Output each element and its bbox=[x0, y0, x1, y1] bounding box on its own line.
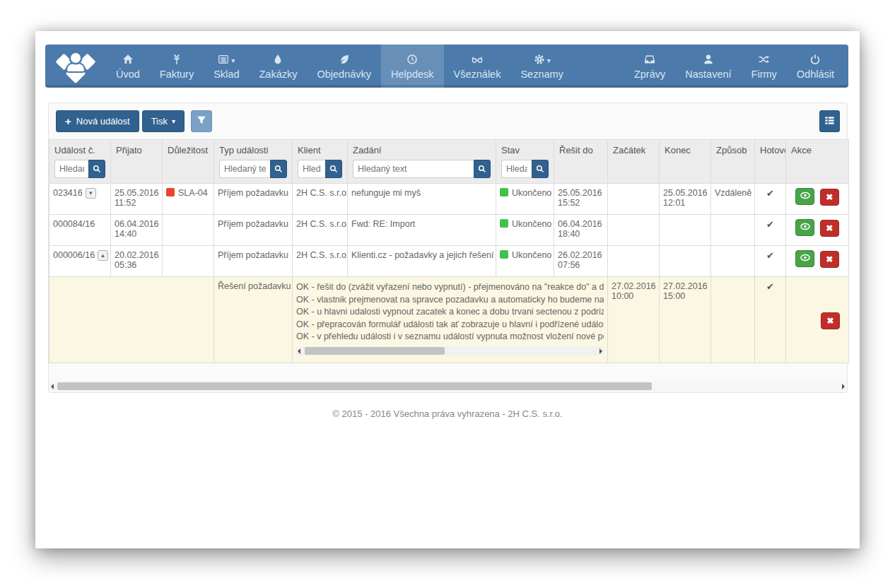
print-label: Tisk bbox=[151, 116, 168, 127]
nav-item-vseznalek[interactable]: Všeználek bbox=[444, 45, 511, 88]
droplet-icon bbox=[272, 53, 283, 65]
chevron-down-icon: ▾ bbox=[231, 57, 235, 64]
scrollbar-thumb[interactable] bbox=[305, 347, 445, 355]
nav-item-helpdesk[interactable]: Helpdesk bbox=[381, 45, 443, 88]
table-row: 023416▾ 25.05.2016 11:52 SLA-04 Příjem p… bbox=[49, 184, 849, 215]
app-logo[interactable] bbox=[45, 45, 106, 88]
client: 2H C.S. s.r.o. bbox=[296, 250, 348, 260]
col-label: Hotovo bbox=[760, 145, 786, 155]
col-zadani: Zadání bbox=[348, 140, 496, 184]
expanded-subrow: Řešení požadavku OK - řešit do (zvážit v… bbox=[49, 277, 849, 363]
view-event-button[interactable] bbox=[795, 188, 814, 205]
table-horizontal-scrollbar[interactable] bbox=[49, 381, 846, 392]
search-input-udalost[interactable] bbox=[54, 160, 88, 178]
col-label: Událost č. bbox=[54, 145, 95, 155]
event-id: 023416 bbox=[53, 188, 83, 198]
nav-label: Seznamy bbox=[520, 69, 563, 80]
glasses-icon bbox=[471, 53, 484, 65]
nav-label: Nastavení bbox=[685, 69, 731, 80]
view-event-button[interactable] bbox=[795, 219, 814, 236]
search-button[interactable] bbox=[474, 160, 491, 178]
nav-item-seznamy[interactable]: ▾ Seznamy bbox=[510, 45, 573, 88]
end-date: 25.05.2016 12:01 bbox=[663, 188, 708, 208]
header-row: Událost č. Přijato Důležitost Typ událos… bbox=[49, 140, 849, 184]
search-input-typ[interactable] bbox=[219, 160, 270, 178]
delete-event-button[interactable]: ✖ bbox=[820, 189, 839, 206]
expand-caret-down-icon[interactable]: ▾ bbox=[86, 188, 96, 199]
nav-item-uvod[interactable]: Úvod bbox=[106, 45, 150, 88]
delete-event-button[interactable]: ✖ bbox=[821, 312, 840, 329]
received-date: 25.05.2016 11:52 bbox=[115, 188, 159, 208]
scroll-left-arrow[interactable] bbox=[51, 384, 54, 389]
close-icon: ✖ bbox=[826, 223, 833, 233]
new-event-button[interactable]: + Nová událost bbox=[56, 110, 139, 132]
search-button[interactable] bbox=[270, 160, 287, 178]
cell-horizontal-scrollbar[interactable] bbox=[296, 346, 604, 355]
nav-item-nastaveni[interactable]: Nastavení bbox=[675, 45, 741, 88]
search-input-stav[interactable] bbox=[501, 160, 532, 178]
col-hotovo: Hotovo bbox=[755, 140, 786, 184]
col-akce: Akce bbox=[786, 140, 849, 184]
delete-event-button[interactable]: ✖ bbox=[820, 220, 839, 237]
subject: nefunguje mi myš bbox=[351, 188, 421, 198]
event-type: Příjem požadavku bbox=[218, 219, 288, 229]
note-line: OK - řešit do (zvážit vyřazení nebo vypn… bbox=[296, 281, 604, 294]
col-dulezitost: Důležitost bbox=[163, 140, 214, 184]
scroll-right-arrow[interactable] bbox=[599, 348, 602, 354]
app-window: Úvod Faktury ▾ Sklad bbox=[35, 31, 860, 548]
search-input-klient[interactable] bbox=[298, 160, 325, 178]
col-label: Konec bbox=[665, 145, 691, 155]
search-button[interactable] bbox=[88, 160, 105, 178]
nav-item-faktury[interactable]: Faktury bbox=[150, 45, 204, 88]
subject: Fwd: RE: Import bbox=[351, 219, 415, 229]
nav-label: Sklad bbox=[213, 69, 239, 80]
delete-event-button[interactable]: ✖ bbox=[820, 251, 839, 268]
client: 2H C.S. s.r.o. bbox=[296, 188, 348, 198]
nav-item-objednavky[interactable]: Objednávky bbox=[307, 45, 381, 88]
clock-icon bbox=[406, 53, 418, 65]
inbox-icon bbox=[644, 53, 655, 65]
table-view-button[interactable] bbox=[819, 110, 840, 132]
col-udalost: Událost č. bbox=[49, 140, 111, 184]
scroll-left-arrow[interactable] bbox=[298, 348, 300, 354]
new-event-label: Nová událost bbox=[76, 116, 130, 127]
nav-label: Objednávky bbox=[317, 69, 371, 80]
subject: Klienti.cz - požadavky a jejich řešení bbox=[351, 250, 493, 260]
col-konec: Konec bbox=[660, 140, 711, 184]
funnel-icon bbox=[197, 115, 206, 127]
start-date: 27.02.2016 10:00 bbox=[612, 281, 656, 301]
logo-emblem-icon bbox=[57, 52, 94, 81]
method: Vzdáleně bbox=[715, 188, 751, 198]
view-event-button[interactable] bbox=[795, 250, 814, 267]
nav-item-zakazky[interactable]: Zakázky bbox=[249, 45, 307, 88]
plant-icon bbox=[171, 53, 182, 65]
scrollbar-thumb[interactable] bbox=[57, 382, 652, 390]
client: 2H C.S. s.r.o. bbox=[296, 219, 348, 229]
nav-label: Firmy bbox=[751, 69, 777, 80]
nav-item-odhlasit[interactable]: Odhlásit bbox=[787, 45, 844, 88]
home-icon bbox=[122, 53, 134, 65]
search-button[interactable] bbox=[532, 160, 549, 178]
close-icon: ✖ bbox=[826, 316, 833, 326]
print-dropdown-button[interactable]: Tisk ▾ bbox=[142, 110, 185, 132]
collapse-caret-up-icon[interactable]: ▴ bbox=[98, 250, 108, 261]
col-label: Akce bbox=[791, 145, 812, 155]
table-row: 000084/16 06.04.2016 14:40 Příjem požada… bbox=[49, 215, 849, 246]
scroll-right-arrow[interactable] bbox=[842, 384, 845, 389]
col-label: Řešit do bbox=[559, 145, 593, 155]
search-input-zadani[interactable] bbox=[353, 160, 474, 178]
col-zpusob: Způsob bbox=[711, 140, 755, 184]
col-label: Zadání bbox=[353, 145, 381, 155]
eye-icon bbox=[800, 191, 811, 202]
eye-icon bbox=[800, 253, 811, 264]
nav-item-sklad[interactable]: ▾ Sklad bbox=[204, 45, 249, 88]
search-button[interactable] bbox=[325, 160, 342, 178]
eye-icon bbox=[800, 222, 811, 233]
nav-item-zpravy[interactable]: Zprávy bbox=[624, 45, 675, 88]
close-icon: ✖ bbox=[826, 192, 833, 202]
col-klient: Klient bbox=[293, 140, 348, 184]
filter-button[interactable] bbox=[191, 110, 212, 132]
nav-item-firmy[interactable]: Firmy bbox=[742, 45, 787, 88]
toolbar: + Nová událost Tisk ▾ bbox=[56, 110, 840, 132]
status-swatch bbox=[500, 250, 508, 259]
